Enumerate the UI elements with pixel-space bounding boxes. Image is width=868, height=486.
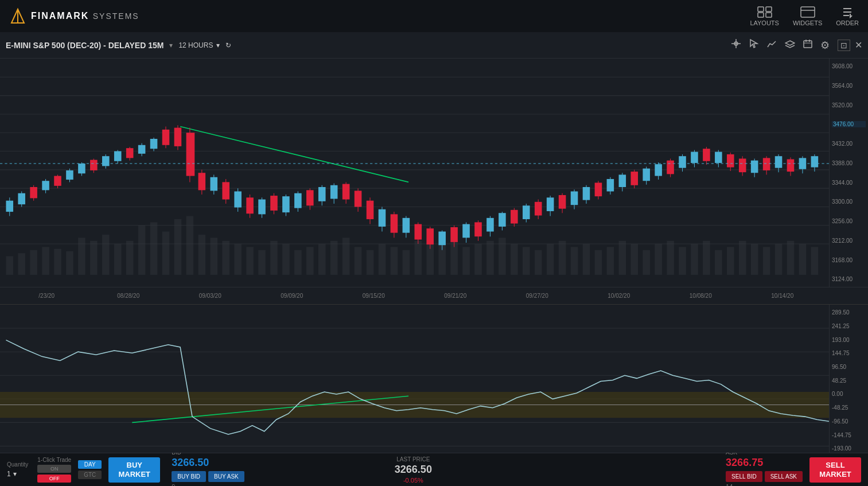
svg-rect-187: [523, 205, 530, 219]
nav-order[interactable]: ORDER: [836, 6, 859, 26]
toggle-off[interactable]: OFF: [37, 475, 71, 483]
quantity-selector[interactable]: 1 ▾: [7, 470, 28, 478]
time-axis: /23/20 08/28/20 09/03/20 09/09/20 09/15/…: [0, 287, 868, 304]
lower-panel: 289.50 241.25 193.00 144.75 96.50 48.25 …: [0, 304, 868, 453]
svg-rect-125: [150, 139, 158, 149]
svg-rect-193: [559, 195, 566, 209]
brand-icon: [9, 7, 26, 25]
svg-marker-16: [785, 41, 795, 45]
price-level-7: 3344.00: [832, 180, 866, 186]
day-gtc-group: DAY GTC: [78, 460, 102, 479]
buy-bid-button[interactable]: BUY BID: [172, 471, 206, 482]
toggle-on[interactable]: ON: [37, 465, 71, 473]
svg-rect-103: [18, 193, 25, 204]
svg-rect-139: [234, 192, 242, 208]
svg-rect-78: [571, 247, 578, 274]
svg-rect-83: [630, 244, 638, 275]
svg-rect-165: [391, 214, 398, 232]
nav-layouts-label: LAYOUTS: [750, 20, 779, 26]
svg-rect-80: [595, 250, 602, 275]
buy-ask-button[interactable]: BUY ASK: [208, 471, 244, 482]
time-10: 10/14/20: [742, 293, 824, 299]
sell-market-button[interactable]: SELL MARKET: [809, 457, 861, 483]
restore-icon[interactable]: ⊡: [838, 40, 850, 51]
svg-rect-45: [174, 219, 182, 275]
svg-rect-159: [355, 190, 362, 207]
sell-ask-button[interactable]: SELL ASK: [765, 471, 803, 482]
svg-rect-34: [42, 247, 49, 274]
svg-rect-207: [643, 169, 650, 181]
svg-rect-211: [667, 161, 674, 174]
svg-rect-42: [138, 225, 146, 275]
svg-rect-79: [583, 244, 590, 275]
nav-layouts[interactable]: LAYOUTS: [750, 6, 779, 26]
svg-rect-87: [679, 247, 686, 274]
svg-rect-201: [607, 179, 614, 192]
svg-rect-135: [210, 177, 217, 191]
chart-timeframe[interactable]: 12 HOURS ▾ ↻: [178, 41, 231, 49]
chart-toolbar: E-MINI S&P 500 (DEC-20) - DELAYED 15M ▾ …: [0, 32, 868, 59]
svg-rect-77: [559, 241, 566, 275]
lower-chart-svg: [0, 305, 829, 453]
cursor-icon[interactable]: [749, 38, 758, 52]
svg-rect-89: [703, 241, 710, 275]
svg-rect-36: [66, 251, 73, 275]
svg-rect-43: [150, 222, 158, 275]
nav-widgets[interactable]: WIDGETS: [793, 6, 822, 26]
refresh-icon[interactable]: ↻: [225, 41, 231, 49]
svg-rect-129: [174, 128, 182, 146]
svg-rect-117: [102, 156, 110, 166]
last-price-label: LAST PRICE: [395, 456, 432, 462]
lower-level-11: -193.00: [832, 445, 866, 452]
svg-rect-52: [258, 250, 266, 275]
lower-level-2: 241.25: [832, 323, 866, 329]
svg-rect-185: [511, 210, 518, 224]
line-icon[interactable]: [766, 39, 777, 51]
settings-icon[interactable]: ⚙: [820, 39, 830, 52]
svg-rect-167: [403, 218, 410, 233]
price-level-12: 3124.00: [832, 276, 866, 282]
svg-rect-57: [318, 244, 326, 275]
layers-icon[interactable]: [785, 39, 795, 51]
svg-rect-40: [114, 244, 122, 275]
svg-rect-217: [703, 149, 710, 161]
svg-rect-76: [547, 244, 554, 275]
nav-order-label: ORDER: [836, 20, 859, 26]
symbol-dropdown[interactable]: ▾: [169, 41, 173, 49]
svg-rect-92: [739, 241, 746, 275]
ask-value: 3266.75: [726, 457, 803, 469]
last-price-change: -0.05%: [395, 477, 432, 484]
svg-rect-155: [330, 185, 338, 199]
svg-rect-44: [162, 232, 170, 275]
svg-rect-227: [763, 158, 770, 170]
svg-rect-95: [775, 244, 783, 275]
svg-rect-147: [282, 196, 290, 212]
quantity-group: Quantity 1 ▾: [7, 461, 28, 478]
svg-rect-219: [715, 152, 722, 163]
day-button[interactable]: DAY: [78, 460, 102, 469]
price-level-5: 3432.00: [832, 141, 866, 147]
gtc-button[interactable]: GTC: [78, 471, 102, 479]
close-icon[interactable]: ✕: [855, 40, 862, 50]
main-chart-svg: [0, 59, 829, 287]
bottom-bar: Quantity 1 ▾ 1-Click Trade ON OFF DAY GT…: [0, 453, 868, 486]
svg-rect-209: [655, 164, 662, 176]
svg-rect-127: [162, 130, 170, 145]
lower-level-5: 96.50: [832, 364, 866, 370]
svg-rect-113: [78, 164, 85, 173]
calendar-icon[interactable]: [803, 39, 812, 51]
svg-rect-41: [126, 241, 134, 275]
svg-rect-47: [198, 235, 206, 275]
svg-rect-131: [186, 133, 195, 176]
svg-rect-101: [6, 201, 13, 212]
sell-bid-button[interactable]: SELL BID: [726, 471, 762, 482]
svg-rect-53: [270, 241, 278, 275]
svg-rect-229: [775, 156, 783, 168]
svg-rect-72: [499, 238, 506, 275]
buy-market-button[interactable]: BUY MARKET: [108, 457, 160, 483]
last-price-value: 3266.50: [395, 464, 432, 476]
svg-rect-17: [804, 41, 812, 48]
svg-rect-191: [547, 197, 554, 211]
crosshair-icon[interactable]: [731, 38, 741, 52]
svg-rect-195: [571, 192, 578, 205]
